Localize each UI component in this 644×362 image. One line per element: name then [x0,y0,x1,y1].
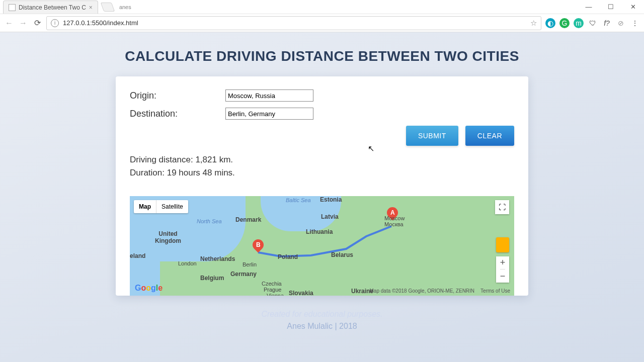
map-canvas[interactable]: A B Baltic Sea North Sea Estonia Latvia … [130,196,514,296]
ext-icon-m[interactable]: m [574,18,584,28]
back-button[interactable]: ← [4,19,14,28]
origin-input[interactable] [225,89,313,102]
origin-label: Origin: [130,90,225,101]
shield-icon[interactable]: 🛡 [588,18,598,28]
label-poland: Poland [278,253,298,260]
origin-row: Origin: [130,89,514,102]
label-berlin: Berlin [243,261,257,267]
label-north-sea: North Sea [197,218,222,224]
label-vienna: Vienna [267,293,284,296]
label-denmark: Denmark [235,216,261,223]
label-moscow: Moscow Москва [384,215,405,227]
map-data-text: Map data ©2018 Google, ORION-ME, ZENRIN [370,288,475,294]
url-text: 127.0.0.1:5500/index.html [63,19,138,27]
label-london: London [178,260,197,266]
clear-button[interactable]: CLEAR [465,126,514,146]
duration-output: Duration: 19 hours 48 mins. [130,168,514,178]
ext-icon-1[interactable]: ◐ [545,18,555,28]
reload-button[interactable]: ⟳ [32,18,42,28]
destination-row: Destination: [130,108,514,120]
window-minimize-button[interactable]: — [578,0,600,14]
map-attribution: Map data ©2018 Google, ORION-ME, ZENRIN … [370,288,510,294]
label-belarus: Belarus [331,251,353,258]
main-card: Origin: Destination: SUBMIT CLEAR Drivin… [116,76,528,296]
label-baltic-sea: Baltic Sea [286,197,311,203]
map-terms-link[interactable]: Terms of Use [480,288,510,294]
label-czechia: Czechia [262,281,282,287]
fullscreen-icon[interactable]: ⛶ [495,200,509,214]
adblock-icon[interactable]: ⊘ [616,18,626,28]
footer-purpose: Created for educational purposes. [0,310,644,319]
page-favicon [9,4,16,11]
chrome-menu-icon[interactable]: ⋮ [630,18,640,28]
window-close-button[interactable]: ✕ [622,0,644,14]
bookmark-star-icon[interactable]: ☆ [530,19,537,28]
browser-titlebar: Distance Between Two C × anes — ☐ ✕ [0,0,644,14]
label-netherlands: Netherlands [200,255,235,262]
zoom-in-button[interactable]: + [500,256,506,269]
site-info-icon[interactable]: i [51,19,59,27]
map-type-satellite[interactable]: Satellite [156,200,188,213]
label-slovakia: Slovakia [289,290,313,296]
destination-label: Destination: [130,109,225,119]
label-prague: Prague [264,287,281,293]
page-viewport: CALCULATE DRIVING DISTANCE BETWEEN TWO C… [0,32,644,362]
profile-label[interactable]: anes [113,4,137,10]
page-title: CALCULATE DRIVING DISTANCE BETWEEN TWO C… [0,32,644,76]
grammarly-icon[interactable]: G [559,18,570,28]
result-block: Driving distance: 1,821 km. Duration: 19… [130,155,514,178]
tab-title: Distance Between Two C [19,4,86,11]
streetview-pegman[interactable] [496,237,509,252]
label-uk: United Kingdom [155,230,181,244]
submit-button[interactable]: SUBMIT [406,126,458,146]
close-tab-icon[interactable]: × [89,4,93,11]
google-logo: Google [135,284,163,293]
browser-toolbar: ← → ⟳ i 127.0.0.1:5500/index.html ☆ ◐ G … [0,14,644,32]
window-maximize-button[interactable]: ☐ [600,0,622,14]
label-latvia: Latvia [321,213,339,220]
destination-input[interactable] [225,108,313,120]
page-footer: Created for educational purposes. Anes M… [0,310,644,331]
extension-icons: ◐ G m 🛡 f? ⊘ ⋮ [545,18,640,28]
forward-button[interactable]: → [18,19,28,28]
marker-b[interactable]: B [253,239,264,255]
distance-output: Driving distance: 1,821 km. [130,155,514,165]
new-tab-button[interactable] [101,3,115,12]
label-germany: Germany [230,270,257,278]
footer-author: Anes Mulalic | 2018 [0,322,644,331]
zoom-control: + − [496,256,509,283]
browser-tab[interactable]: Distance Between Two C × [3,1,98,14]
label-lithuania: Lithuania [306,228,333,235]
label-ireland: eland [130,252,145,259]
ext-icon-f[interactable]: f? [602,18,612,28]
label-estonia: Estonia [320,196,342,203]
address-bar[interactable]: i 127.0.0.1:5500/index.html ☆ [46,16,541,30]
map-type-control: Map Satellite [134,200,188,213]
map-type-map[interactable]: Map [134,200,156,213]
label-belgium: Belgium [200,275,224,282]
zoom-out-button[interactable]: − [500,269,506,283]
